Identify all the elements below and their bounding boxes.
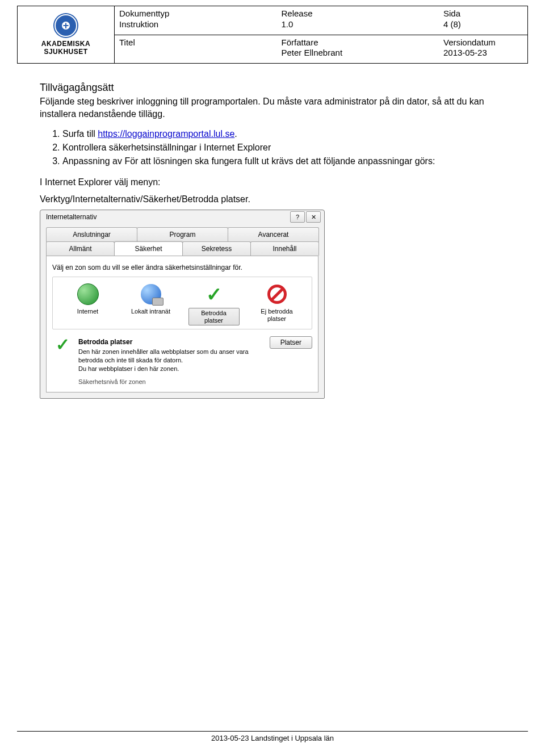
version-label: Versiondatum [443,37,496,47]
page-label: Sida [443,9,460,18]
tab-programs[interactable]: Program [137,227,228,241]
intranet-icon [141,284,161,304]
zone-description: ✓ Betrodda platser Den här zonen innehål… [52,336,312,373]
release-label: Release [282,9,313,18]
sites-button[interactable]: Platser [270,336,312,349]
footer-text: 2013-05-23 Landstinget i Uppsala län [211,734,334,742]
zone-list: Internet Lokalt intranät ✓ Betrodda plat… [52,277,312,329]
tab-content[interactable]: Innehåll [250,241,319,256]
dialog-titlebar: Internetalternativ ? ✕ [40,210,324,224]
page-footer: 2013-05-23 Landstinget i Uppsala län [0,731,545,742]
zone-trusted-label: Betrodda platser [188,308,240,325]
tab-general[interactable]: Allmänt [46,241,115,256]
step-1-link[interactable]: https://loggainprogramportal.lul.se [98,129,234,139]
check-icon-large: ✓ [52,336,73,373]
doctype-label: Dokumenttyp [119,9,169,18]
internet-options-dialog: Internetalternativ ? ✕ Anslutningar Prog… [40,210,325,398]
document-header: + AKADEMISKA SJUKHUSET Dokumenttyp Instr… [17,6,528,64]
tabs-row-bottom: Allmänt Säkerhet Sekretess Innehåll [46,241,318,256]
zone-local-intranet[interactable]: Lokalt intranät [125,283,177,325]
zone-desc-body: Den här zonen innehåller alla webbplatse… [78,348,249,372]
cutoff-text: Säkerhetsnivå för zonen [78,378,312,386]
zone-trusted-sites[interactable]: ✓ Betrodda platser [188,283,240,325]
sub-instruction-2: Verktyg/Internetalternativ/Säkerhet/Betr… [40,193,517,206]
tab-privacy[interactable]: Sekretess [182,241,251,256]
close-button[interactable]: ✕ [306,211,321,223]
intro-paragraph: Följande steg beskriver inloggning till … [40,95,517,120]
document-body: Tillvägagångsätt Följande steg beskriver… [17,64,528,399]
step-3: Anpassning av För att lösningen ska fung… [62,155,517,168]
logo-line2: SJUKHUSET [44,48,87,56]
zone-restricted-label: Ej betrodda platser [251,308,303,322]
zone-caption: Välj en zon som du vill se eller ändra s… [52,263,312,272]
logo-text: AKADEMISKA SJUKHUSET [41,40,90,56]
step-2: Kontrollera säkerhetsinställningar i Int… [62,141,517,154]
globe-icon [77,283,99,305]
dialog-title: Internetalternativ [46,212,97,222]
zone-intranet-label: Lokalt intranät [125,308,177,315]
title-label: Titel [119,37,135,47]
tab-advanced[interactable]: Avancerat [228,227,319,241]
logo-line1: AKADEMISKA [41,40,90,48]
steps-list: Surfa till https://loggainprogramportal.… [40,128,517,167]
tab-security[interactable]: Säkerhet [114,241,183,256]
step-1: Surfa till https://loggainprogramportal.… [62,128,517,140]
tab-connections[interactable]: Anslutningar [46,227,137,241]
step-1-suffix: . [234,129,237,139]
meta-table: Dokumenttyp Instruktion Release 1.0 Sida… [115,6,527,63]
check-icon: ✓ [206,285,222,304]
zone-desc-title: Betrodda platser [78,337,264,346]
version-value: 2013-05-23 [443,48,487,57]
tabs-row-top: Anslutningar Program Avancerat [46,227,318,241]
step-1-prefix: Surfa till [62,129,98,139]
author-label: Författare [282,37,318,47]
sub-instruction-1: I Internet Explorer välj menyn: [40,176,517,189]
ban-icon [267,285,287,304]
doctype-value: Instruktion [119,19,158,29]
release-value: 1.0 [282,19,294,29]
author-value: Peter Ellnebrant [282,48,343,57]
zone-restricted-sites[interactable]: Ej betrodda platser [251,283,303,325]
help-button[interactable]: ? [290,211,305,223]
section-heading: Tillvägagångsätt [40,81,517,94]
tab-panel-security: Välj en zon som du vill se eller ändra s… [46,256,318,392]
logo-cell: + AKADEMISKA SJUKHUSET [18,6,115,63]
zone-internet[interactable]: Internet [62,283,114,325]
page-value: 4 (8) [443,19,461,29]
zone-internet-label: Internet [62,308,114,315]
logo-icon: + [53,13,78,38]
